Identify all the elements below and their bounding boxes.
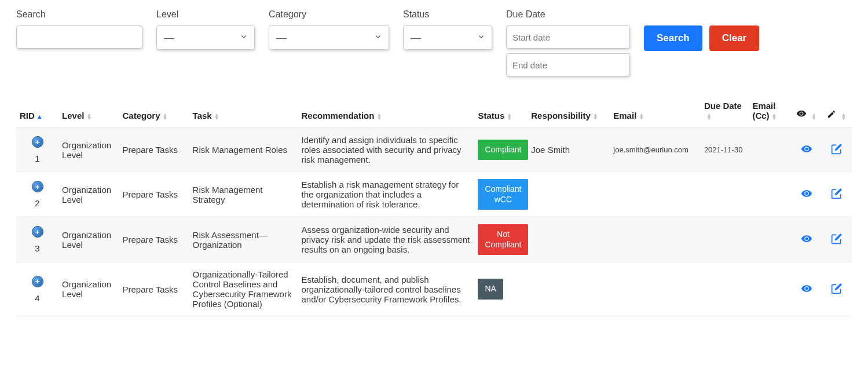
cell-status: Compliant wCC bbox=[474, 172, 528, 217]
cell-email bbox=[610, 217, 701, 262]
table-row: +4Organization LevelPrepare TasksOrganiz… bbox=[16, 262, 852, 316]
rid-value: 1 bbox=[20, 154, 55, 163]
status-badge: Compliant bbox=[478, 140, 528, 160]
col-header-category[interactable]: Category▲▼ bbox=[119, 96, 189, 128]
cell-task: Organizationally-Tailored Control Baseli… bbox=[189, 262, 298, 316]
sort-icon: ▲▼ bbox=[86, 113, 91, 120]
col-header-rid[interactable]: RID▲ bbox=[16, 96, 58, 128]
end-date-input[interactable] bbox=[506, 53, 630, 76]
start-date-input[interactable] bbox=[506, 25, 630, 49]
table-row: +1Organization LevelPrepare TasksRisk Ma… bbox=[16, 128, 852, 172]
rid-value: 2 bbox=[20, 198, 55, 208]
cell-status: NA bbox=[474, 262, 528, 316]
cell-task: Risk Assessment—Organization bbox=[189, 217, 298, 262]
cell-duedate bbox=[701, 262, 749, 316]
filter-buttons: Search Clear bbox=[644, 25, 759, 51]
cell-recommendation: Establish, document, and publish organiz… bbox=[298, 262, 475, 316]
sort-icon: ▲▼ bbox=[214, 113, 219, 120]
cell-duedate bbox=[701, 172, 749, 217]
table-header-row: RID▲ Level▲▼ Category▲▼ Task▲▼ Recommend… bbox=[16, 96, 852, 128]
view-button[interactable] bbox=[801, 143, 812, 155]
cell-category: Prepare Tasks bbox=[119, 262, 189, 316]
cell-status: Not Compliant bbox=[474, 217, 528, 262]
col-header-duedate[interactable]: Due Date▲▼ bbox=[701, 96, 749, 128]
duedate-label: Due Date bbox=[506, 9, 630, 20]
filter-bar: Search Level — Category — Status — bbox=[16, 9, 852, 81]
pencil-icon bbox=[827, 111, 838, 121]
view-button[interactable] bbox=[801, 233, 812, 244]
sort-icon: ▲▼ bbox=[706, 113, 712, 120]
col-header-email[interactable]: Email▲▼ bbox=[610, 96, 701, 128]
status-group: Status — bbox=[403, 9, 492, 50]
sort-icon: ▲▼ bbox=[639, 113, 644, 120]
expand-button[interactable]: + bbox=[32, 136, 43, 148]
sort-icon: ▲▼ bbox=[593, 113, 598, 120]
cell-category: Prepare Tasks bbox=[119, 172, 189, 217]
edit-button[interactable] bbox=[831, 233, 843, 244]
cell-level: Organization Level bbox=[58, 262, 119, 316]
eye-icon bbox=[796, 111, 809, 121]
cell-duedate bbox=[701, 217, 749, 262]
col-header-emailcc[interactable]: Email (Cc)▲▼ bbox=[749, 96, 791, 128]
search-label: Search bbox=[16, 9, 142, 20]
table-row: +2Organization LevelPrepare TasksRisk Ma… bbox=[16, 172, 852, 217]
cell-status: Compliant bbox=[474, 128, 528, 172]
col-header-view[interactable]: ▲▼ bbox=[791, 96, 821, 128]
cell-email: joe.smith@euriun.com bbox=[610, 128, 701, 172]
cell-responsibility: Joe Smith bbox=[528, 128, 610, 172]
cell-responsibility bbox=[528, 262, 610, 316]
cell-task: Risk Management Roles bbox=[189, 128, 298, 172]
cell-emailcc bbox=[749, 128, 791, 172]
sort-icon: ▲▼ bbox=[376, 113, 382, 120]
sort-asc-icon: ▲ bbox=[36, 113, 43, 120]
view-button[interactable] bbox=[801, 283, 812, 294]
expand-button[interactable]: + bbox=[32, 276, 43, 287]
cell-recommendation: Establish a risk management strategy for… bbox=[298, 172, 475, 217]
sort-icon: ▲▼ bbox=[163, 113, 168, 120]
search-button[interactable]: Search bbox=[644, 25, 702, 51]
edit-button[interactable] bbox=[831, 143, 843, 155]
sort-icon: ▲▼ bbox=[841, 113, 846, 120]
cell-task: Risk Management Strategy bbox=[189, 172, 298, 217]
status-label: Status bbox=[403, 9, 492, 20]
expand-button[interactable]: + bbox=[32, 226, 43, 238]
search-input[interactable] bbox=[16, 25, 142, 49]
cell-email bbox=[610, 262, 701, 316]
col-header-level[interactable]: Level▲▼ bbox=[58, 96, 119, 128]
level-group: Level — bbox=[156, 9, 255, 50]
status-badge: Not Compliant bbox=[478, 224, 528, 255]
category-group: Category — bbox=[269, 9, 389, 50]
rid-value: 4 bbox=[20, 293, 55, 303]
clear-button[interactable]: Clear bbox=[709, 25, 760, 51]
category-select[interactable]: — bbox=[269, 25, 389, 50]
cell-email bbox=[610, 172, 701, 217]
col-header-responsibility[interactable]: Responsibility▲▼ bbox=[528, 96, 610, 128]
cell-duedate: 2021-11-30 bbox=[701, 128, 749, 172]
duedate-group: Due Date bbox=[506, 9, 630, 81]
level-select[interactable]: — bbox=[156, 25, 255, 50]
status-badge: Compliant wCC bbox=[478, 179, 528, 210]
status-select[interactable]: — bbox=[403, 25, 492, 50]
edit-button[interactable] bbox=[831, 188, 843, 199]
col-header-edit[interactable]: ▲▼ bbox=[822, 96, 852, 128]
cell-emailcc bbox=[749, 172, 791, 217]
edit-button[interactable] bbox=[831, 283, 843, 294]
view-button[interactable] bbox=[801, 188, 812, 199]
cell-level: Organization Level bbox=[58, 172, 119, 217]
col-header-recommendation[interactable]: Recommendation▲▼ bbox=[298, 96, 475, 128]
cell-category: Prepare Tasks bbox=[119, 217, 189, 262]
col-header-status[interactable]: Status▲▼ bbox=[474, 96, 528, 128]
sort-icon: ▲▼ bbox=[811, 113, 816, 120]
cell-level: Organization Level bbox=[58, 217, 119, 262]
col-header-task[interactable]: Task▲▼ bbox=[189, 96, 298, 128]
sort-icon: ▲▼ bbox=[507, 113, 512, 120]
expand-button[interactable]: + bbox=[32, 181, 43, 192]
category-select-value: — bbox=[276, 32, 287, 44]
results-table: RID▲ Level▲▼ Category▲▼ Task▲▼ Recommend… bbox=[16, 96, 852, 316]
rid-value: 3 bbox=[20, 243, 55, 253]
level-label: Level bbox=[156, 9, 255, 20]
cell-emailcc bbox=[749, 262, 791, 316]
cell-responsibility bbox=[528, 217, 610, 262]
search-group: Search bbox=[16, 9, 142, 49]
status-badge: NA bbox=[478, 279, 503, 300]
